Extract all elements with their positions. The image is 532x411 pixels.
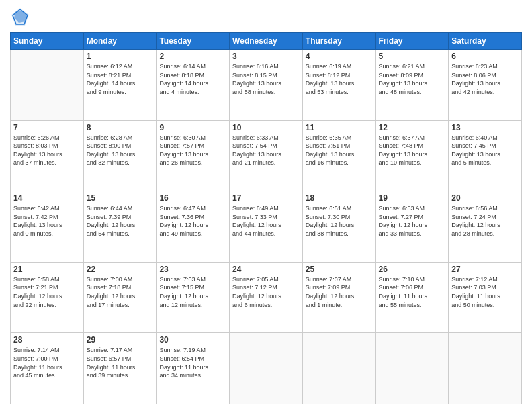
calendar-cell: 19Sunrise: 6:53 AM Sunset: 7:27 PM Dayli… xyxy=(375,191,449,263)
calendar-cell: 16Sunrise: 6:47 AM Sunset: 7:36 PM Dayli… xyxy=(157,191,230,263)
day-info: Sunrise: 6:35 AM Sunset: 7:51 PM Dayligh… xyxy=(306,134,373,167)
calendar-cell: 3Sunrise: 6:16 AM Sunset: 8:15 PM Daylig… xyxy=(230,50,303,121)
calendar-week-row: 14Sunrise: 6:42 AM Sunset: 7:42 PM Dayli… xyxy=(11,191,522,263)
day-number: 25 xyxy=(306,265,373,274)
day-number: 14 xyxy=(13,193,81,203)
calendar-cell xyxy=(375,333,449,404)
col-sunday: Sunday xyxy=(11,33,84,50)
calendar-cell: 14Sunrise: 6:42 AM Sunset: 7:42 PM Dayli… xyxy=(11,191,84,263)
calendar-cell: 28Sunrise: 7:14 AM Sunset: 7:00 PM Dayli… xyxy=(11,333,84,404)
day-number: 17 xyxy=(232,193,300,203)
day-number: 27 xyxy=(451,265,519,274)
calendar-cell: 29Sunrise: 7:17 AM Sunset: 6:57 PM Dayli… xyxy=(83,333,157,404)
day-number: 30 xyxy=(159,335,226,345)
day-number: 28 xyxy=(13,335,81,345)
calendar-cell xyxy=(302,333,375,404)
day-number: 10 xyxy=(232,123,300,132)
day-number: 3 xyxy=(232,52,300,61)
day-info: Sunrise: 6:28 AM Sunset: 8:00 PM Dayligh… xyxy=(87,134,154,167)
page: Sunday Monday Tuesday Wednesday Thursday… xyxy=(0,0,532,411)
day-info: Sunrise: 6:42 AM Sunset: 7:42 PM Dayligh… xyxy=(13,204,81,238)
calendar-week-row: 21Sunrise: 6:58 AM Sunset: 7:21 PM Dayli… xyxy=(11,262,522,333)
calendar-cell: 13Sunrise: 6:40 AM Sunset: 7:45 PM Dayli… xyxy=(449,120,522,191)
calendar-cell: 17Sunrise: 6:49 AM Sunset: 7:33 PM Dayli… xyxy=(230,191,303,263)
day-number: 13 xyxy=(451,123,519,132)
calendar-week-row: 7Sunrise: 6:26 AM Sunset: 8:03 PM Daylig… xyxy=(11,120,522,191)
calendar-cell: 9Sunrise: 6:30 AM Sunset: 7:57 PM Daylig… xyxy=(157,120,230,191)
day-info: Sunrise: 6:12 AM Sunset: 8:21 PM Dayligh… xyxy=(87,62,154,96)
calendar-cell: 6Sunrise: 6:23 AM Sunset: 8:06 PM Daylig… xyxy=(449,50,522,121)
day-number: 21 xyxy=(13,265,81,274)
day-info: Sunrise: 7:05 AM Sunset: 7:12 PM Dayligh… xyxy=(232,275,300,309)
day-number: 15 xyxy=(87,193,154,203)
day-info: Sunrise: 7:10 AM Sunset: 7:06 PM Dayligh… xyxy=(379,275,446,309)
calendar-cell: 27Sunrise: 7:12 AM Sunset: 7:03 PM Dayli… xyxy=(449,262,522,333)
calendar-cell: 8Sunrise: 6:28 AM Sunset: 8:00 PM Daylig… xyxy=(83,120,157,191)
day-info: Sunrise: 7:07 AM Sunset: 7:09 PM Dayligh… xyxy=(306,275,373,309)
header xyxy=(10,7,522,27)
calendar-week-row: 28Sunrise: 7:14 AM Sunset: 7:00 PM Dayli… xyxy=(11,333,522,404)
calendar-cell: 20Sunrise: 6:56 AM Sunset: 7:24 PM Dayli… xyxy=(449,191,522,263)
day-number: 7 xyxy=(13,123,81,132)
calendar-cell: 18Sunrise: 6:51 AM Sunset: 7:30 PM Dayli… xyxy=(302,191,375,263)
calendar-cell: 2Sunrise: 6:14 AM Sunset: 8:18 PM Daylig… xyxy=(157,50,230,121)
day-number: 4 xyxy=(306,52,373,61)
day-info: Sunrise: 6:58 AM Sunset: 7:21 PM Dayligh… xyxy=(13,275,81,309)
calendar-cell xyxy=(11,50,84,121)
day-number: 18 xyxy=(306,193,373,203)
day-info: Sunrise: 7:03 AM Sunset: 7:15 PM Dayligh… xyxy=(159,275,226,309)
day-number: 22 xyxy=(87,265,154,274)
day-number: 29 xyxy=(87,335,154,345)
calendar-cell: 21Sunrise: 6:58 AM Sunset: 7:21 PM Dayli… xyxy=(11,262,84,333)
day-number: 24 xyxy=(232,265,300,274)
day-number: 16 xyxy=(159,193,226,203)
day-number: 8 xyxy=(87,123,154,132)
calendar-cell: 23Sunrise: 7:03 AM Sunset: 7:15 PM Dayli… xyxy=(157,262,230,333)
day-info: Sunrise: 6:40 AM Sunset: 7:45 PM Dayligh… xyxy=(451,134,519,167)
day-info: Sunrise: 6:19 AM Sunset: 8:12 PM Dayligh… xyxy=(306,62,373,96)
calendar-cell xyxy=(230,333,303,404)
day-number: 11 xyxy=(306,123,373,132)
calendar-cell xyxy=(449,333,522,404)
calendar-cell: 22Sunrise: 7:00 AM Sunset: 7:18 PM Dayli… xyxy=(83,262,157,333)
logo xyxy=(10,7,33,27)
day-info: Sunrise: 6:16 AM Sunset: 8:15 PM Dayligh… xyxy=(232,62,300,96)
col-friday: Friday xyxy=(375,33,449,50)
day-number: 5 xyxy=(379,52,446,61)
day-number: 12 xyxy=(379,123,446,132)
calendar-cell: 10Sunrise: 6:33 AM Sunset: 7:54 PM Dayli… xyxy=(230,120,303,191)
day-info: Sunrise: 6:47 AM Sunset: 7:36 PM Dayligh… xyxy=(159,204,226,238)
calendar-cell: 4Sunrise: 6:19 AM Sunset: 8:12 PM Daylig… xyxy=(302,50,375,121)
calendar-table: Sunday Monday Tuesday Wednesday Thursday… xyxy=(10,32,522,404)
calendar-cell: 1Sunrise: 6:12 AM Sunset: 8:21 PM Daylig… xyxy=(83,50,157,121)
day-number: 9 xyxy=(159,123,226,132)
calendar-week-row: 1Sunrise: 6:12 AM Sunset: 8:21 PM Daylig… xyxy=(11,50,522,121)
day-info: Sunrise: 7:17 AM Sunset: 6:57 PM Dayligh… xyxy=(87,346,154,379)
col-monday: Monday xyxy=(83,33,157,50)
day-info: Sunrise: 6:49 AM Sunset: 7:33 PM Dayligh… xyxy=(232,204,300,238)
col-tuesday: Tuesday xyxy=(157,33,230,50)
calendar-cell: 25Sunrise: 7:07 AM Sunset: 7:09 PM Dayli… xyxy=(302,262,375,333)
day-number: 2 xyxy=(159,52,226,61)
calendar-cell: 26Sunrise: 7:10 AM Sunset: 7:06 PM Dayli… xyxy=(375,262,449,333)
col-saturday: Saturday xyxy=(449,33,522,50)
day-info: Sunrise: 7:00 AM Sunset: 7:18 PM Dayligh… xyxy=(87,275,154,309)
day-info: Sunrise: 7:14 AM Sunset: 7:00 PM Dayligh… xyxy=(13,346,81,379)
calendar-cell: 11Sunrise: 6:35 AM Sunset: 7:51 PM Dayli… xyxy=(302,120,375,191)
day-number: 1 xyxy=(87,52,154,61)
day-number: 20 xyxy=(451,193,519,203)
day-info: Sunrise: 6:14 AM Sunset: 8:18 PM Dayligh… xyxy=(159,62,226,96)
calendar-cell: 7Sunrise: 6:26 AM Sunset: 8:03 PM Daylig… xyxy=(11,120,84,191)
calendar-cell: 12Sunrise: 6:37 AM Sunset: 7:48 PM Dayli… xyxy=(375,120,449,191)
day-info: Sunrise: 6:56 AM Sunset: 7:24 PM Dayligh… xyxy=(451,204,519,238)
day-info: Sunrise: 6:53 AM Sunset: 7:27 PM Dayligh… xyxy=(379,204,446,238)
day-info: Sunrise: 6:37 AM Sunset: 7:48 PM Dayligh… xyxy=(379,134,446,167)
day-info: Sunrise: 6:30 AM Sunset: 7:57 PM Dayligh… xyxy=(159,134,226,167)
calendar-cell: 5Sunrise: 6:21 AM Sunset: 8:09 PM Daylig… xyxy=(375,50,449,121)
day-info: Sunrise: 6:26 AM Sunset: 8:03 PM Dayligh… xyxy=(13,134,81,167)
calendar-cell: 15Sunrise: 6:44 AM Sunset: 7:39 PM Dayli… xyxy=(83,191,157,263)
col-thursday: Thursday xyxy=(302,33,375,50)
day-info: Sunrise: 6:51 AM Sunset: 7:30 PM Dayligh… xyxy=(306,204,373,238)
day-info: Sunrise: 6:21 AM Sunset: 8:09 PM Dayligh… xyxy=(379,62,446,96)
day-number: 6 xyxy=(451,52,519,61)
